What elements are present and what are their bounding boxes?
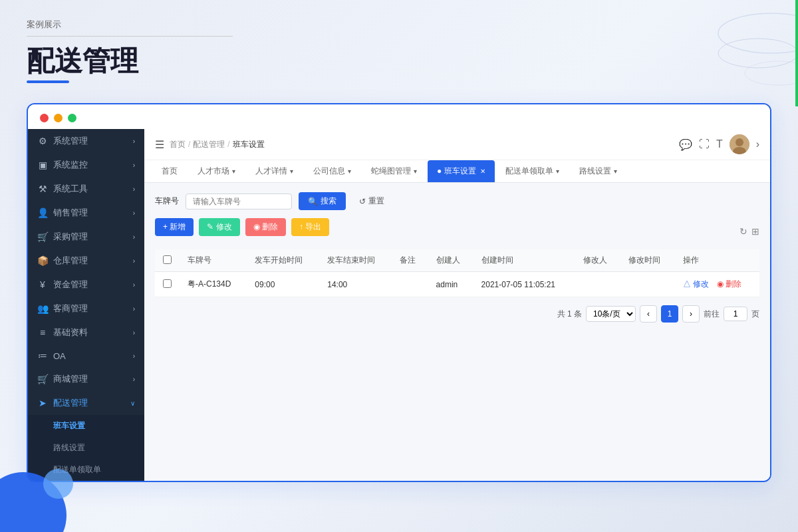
tab-company-info[interactable]: 公司信息 ▾ <box>304 160 360 182</box>
table-header-row: 车牌号 发车开始时间 发车结束时间 备注 创建人 创建时间 修改人 修改时间 操… <box>155 249 759 272</box>
tab-bus-settings-close[interactable]: ✕ <box>480 168 485 175</box>
col-creator: 创建人 <box>428 249 473 272</box>
reset-button[interactable]: ↺ 重置 <box>352 192 391 210</box>
page-next-btn[interactable]: › <box>682 305 700 323</box>
title-underline <box>27 80 69 83</box>
list-icon: ≡ <box>37 327 48 338</box>
page-header: 案例展示 配送管理 <box>0 0 798 96</box>
chevron-down-icon: ∨ <box>130 400 135 407</box>
cell-creator: admin <box>428 272 473 297</box>
tab-snake-map-arrow: ▾ <box>414 168 417 175</box>
sidebar-sub-item-delivery-pickup[interactable]: 配送单领取单 <box>28 459 144 481</box>
fullscreen-icon[interactable]: ⛶ <box>699 138 710 150</box>
cart-icon: 🛒 <box>37 231 48 242</box>
search-bar: 车牌号 🔍 搜索 ↺ 重置 <box>155 192 759 210</box>
cell-modify-time <box>620 272 675 297</box>
chevron-icon: › <box>133 376 135 383</box>
sidebar-item-delivery-mgmt[interactable]: ➤ 配送管理 ∨ <box>28 391 144 415</box>
search-button[interactable]: 🔍 搜索 <box>299 192 346 210</box>
reset-btn-label: 重置 <box>368 196 384 207</box>
edit-button[interactable]: ✎ 修改 <box>199 218 239 236</box>
column-settings-icon-btn[interactable]: ⊞ <box>751 226 759 237</box>
breadcrumb-sep-2: / <box>227 140 229 149</box>
cell-remark <box>392 272 428 297</box>
sidebar-item-customer-mgmt[interactable]: 👥 客商管理 › <box>28 297 144 321</box>
col-modifier: 修改人 <box>575 249 620 272</box>
sidebar-item-system-mgmt[interactable]: ⚙ 系统管理 › <box>28 129 144 153</box>
case-label: 案例展示 <box>27 19 771 31</box>
warehouse-icon: 📦 <box>37 255 48 266</box>
user-menu-icon[interactable]: › <box>756 138 759 150</box>
tab-bus-settings[interactable]: ● 班车设置 ✕ <box>428 160 495 182</box>
main-content: ☰ 首页 / 配送管理 / 班车设置 💬 ⛶ T <box>144 129 770 481</box>
cell-plate: 粤-A-C134D <box>180 272 247 297</box>
avatar[interactable] <box>730 134 749 154</box>
tab-talent-market[interactable]: 人才市场 ▾ <box>188 160 245 182</box>
sidebar-label-customer-mgmt: 客商管理 <box>53 303 133 315</box>
sidebar-item-system-tools[interactable]: ⚒ 系统工具 › <box>28 177 144 201</box>
sidebar-item-basic-data[interactable]: ≡ 基础资料 › <box>28 321 144 344</box>
tab-snake-map[interactable]: 蛇绳图管理 ▾ <box>362 160 426 182</box>
delete-button[interactable]: ◉ 删除 <box>245 218 286 236</box>
add-button[interactable]: + 新增 <box>155 218 194 236</box>
sidebar-item-mall-mgmt[interactable]: 🛒 商城管理 › <box>28 367 144 391</box>
tab-talent-portrait[interactable]: 人才详情 ▾ <box>246 160 303 182</box>
table-toolbar: + 新增 ✎ 修改 ◉ 删除 ↑ 导出 ↻ ⊞ <box>155 218 759 244</box>
sidebar: ⚙ 系统管理 › ▣ 系统监控 › ⚒ 系统工具 › 👤 销售管理 <box>28 129 144 481</box>
case-label-underline <box>27 36 233 37</box>
tab-home[interactable]: 首页 <box>152 160 187 182</box>
chrome-dot-green <box>68 114 76 122</box>
chevron-icon: › <box>133 138 135 145</box>
search-label: 车牌号 <box>155 196 179 207</box>
col-modify-time: 修改时间 <box>620 249 675 272</box>
action-edit-link[interactable]: △ 修改 <box>683 279 709 289</box>
sidebar-item-sales-mgmt[interactable]: 👤 销售管理 › <box>28 201 144 225</box>
mall-icon: 🛒 <box>37 374 48 384</box>
sidebar-label-system-tools: 系统工具 <box>53 183 133 195</box>
sidebar-item-system-monitor[interactable]: ▣ 系统监控 › <box>28 153 144 177</box>
chat-icon[interactable]: 💬 <box>679 138 692 151</box>
sidebar-submenu-delivery: 班车设置 路线设置 配送单领取单 <box>28 415 144 481</box>
topbar-left: ☰ 首页 / 配送管理 / 班车设置 <box>155 138 265 151</box>
tab-delivery-pickup[interactable]: 配送单领取单 ▾ <box>496 160 569 182</box>
breadcrumb-current: 班车设置 <box>233 139 265 150</box>
row-checkbox[interactable] <box>163 279 172 288</box>
customers-icon: 👥 <box>37 303 48 314</box>
sidebar-item-warehouse-mgmt[interactable]: 📦 仓库管理 › <box>28 249 144 273</box>
action-buttons: + 新增 ✎ 修改 ◉ 删除 ↑ 导出 <box>155 218 329 236</box>
sidebar-label-purchase-mgmt: 采购管理 <box>53 231 133 243</box>
tab-route-settings[interactable]: 路线设置 ▾ <box>570 160 626 182</box>
action-delete-link[interactable]: ◉ 删除 <box>717 279 741 289</box>
chevron-icon: › <box>133 281 135 289</box>
export-button[interactable]: ↑ 导出 <box>291 218 329 236</box>
app-body: ⚙ 系统管理 › ▣ 系统监控 › ⚒ 系统工具 › 👤 销售管理 <box>28 129 770 481</box>
sidebar-sub-item-route-settings[interactable]: 路线设置 <box>28 437 144 459</box>
search-input[interactable] <box>193 197 273 206</box>
content-area: 车牌号 🔍 搜索 ↺ 重置 <box>144 183 770 481</box>
oa-icon: ≔ <box>37 350 48 361</box>
page-goto-input[interactable] <box>724 307 747 321</box>
font-icon[interactable]: T <box>716 138 723 150</box>
select-all-checkbox[interactable] <box>163 255 172 264</box>
pagination-total: 共 1 条 <box>557 309 582 320</box>
page-size-select[interactable]: 10条/页 20条/页 50条/页 <box>586 306 636 322</box>
topbar: ☰ 首页 / 配送管理 / 班车设置 💬 ⛶ T <box>144 129 770 160</box>
sidebar-item-purchase-mgmt[interactable]: 🛒 采购管理 › <box>28 225 144 249</box>
sidebar-sub-item-bus-settings[interactable]: 班车设置 <box>28 415 144 437</box>
search-input-wrap <box>186 194 292 209</box>
bus-settings-label: 班车设置 <box>53 421 85 430</box>
page-prev-btn[interactable]: ‹ <box>640 305 657 323</box>
breadcrumb-delivery[interactable]: 配送管理 <box>193 139 225 150</box>
breadcrumb-sep-1: / <box>188 140 190 149</box>
sidebar-item-oa[interactable]: ≔ OA › <box>28 344 144 367</box>
tab-snake-map-label: 蛇绳图管理 <box>371 166 411 177</box>
route-settings-label: 路线设置 <box>53 443 85 452</box>
page-1-btn[interactable]: 1 <box>661 305 678 323</box>
sidebar-label-finance-mgmt: 资金管理 <box>53 279 133 291</box>
sidebar-item-finance-mgmt[interactable]: ¥ 资金管理 › <box>28 273 144 297</box>
menu-toggle-icon[interactable]: ☰ <box>155 138 164 151</box>
breadcrumb-home[interactable]: 首页 <box>170 139 186 150</box>
delivery-icon: ➤ <box>37 398 48 408</box>
tab-company-info-arrow: ▾ <box>348 168 351 175</box>
refresh-icon-btn[interactable]: ↻ <box>739 226 747 237</box>
